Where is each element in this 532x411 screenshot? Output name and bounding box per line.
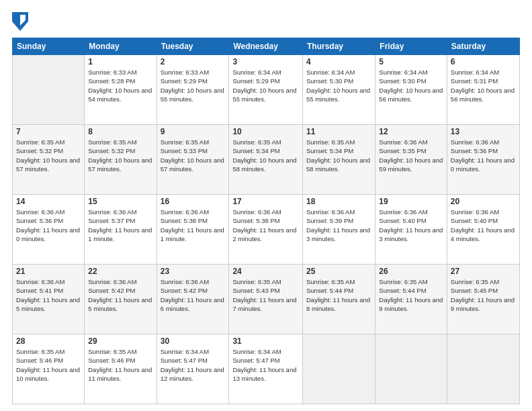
day-number: 23 <box>161 267 226 276</box>
sunset-text: Sunset: 5:37 PM <box>88 216 152 225</box>
calendar-week-3: 21 Sunrise: 6:36 AM Sunset: 5:41 PM Dayl… <box>13 265 520 334</box>
cell-content: Sunrise: 6:36 AM Sunset: 5:40 PM Dayligh… <box>451 208 516 243</box>
cell-content: Sunrise: 6:34 AM Sunset: 5:31 PM Dayligh… <box>451 68 516 103</box>
cell-content: Sunrise: 6:36 AM Sunset: 5:42 PM Dayligh… <box>161 277 226 313</box>
sunset-text: Sunset: 5:30 PM <box>379 77 443 85</box>
day-number: 30 <box>161 336 226 346</box>
calendar-cell: 8 Sunrise: 6:35 AM Sunset: 5:32 PM Dayli… <box>85 125 157 195</box>
daylight-text: Daylight: 10 hours and 56 minutes. <box>451 86 516 104</box>
daylight-text: Daylight: 11 hours and 8 minutes. <box>306 295 371 314</box>
sunset-text: Sunset: 5:36 PM <box>16 216 81 225</box>
day-number: 2 <box>161 57 226 66</box>
header-row: Sunday Monday Tuesday Wednesday Thursday… <box>13 38 520 55</box>
cell-content: Sunrise: 6:35 AM Sunset: 5:32 PM Dayligh… <box>16 138 81 173</box>
calendar-cell: 28 Sunrise: 6:35 AM Sunset: 5:46 PM Dayl… <box>13 334 85 404</box>
sunrise-text: Sunrise: 6:36 AM <box>161 277 226 286</box>
day-number: 14 <box>16 197 81 206</box>
sunrise-text: Sunrise: 6:35 AM <box>161 138 226 146</box>
day-number: 8 <box>88 127 152 136</box>
sunrise-text: Sunrise: 6:34 AM <box>232 68 299 77</box>
day-number: 4 <box>306 57 371 66</box>
sunrise-text: Sunrise: 6:36 AM <box>161 208 226 216</box>
daylight-text: Daylight: 10 hours and 55 minutes. <box>306 86 371 104</box>
daylight-text: Daylight: 11 hours and 5 minutes. <box>16 295 81 314</box>
cell-content: Sunrise: 6:35 AM Sunset: 5:46 PM Dayligh… <box>16 347 81 383</box>
sunset-text: Sunset: 5:40 PM <box>451 216 516 225</box>
daylight-text: Daylight: 10 hours and 58 minutes. <box>232 156 299 174</box>
cell-content: Sunrise: 6:36 AM Sunset: 5:42 PM Dayligh… <box>88 277 152 313</box>
cell-content: Sunrise: 6:35 AM Sunset: 5:44 PM Dayligh… <box>306 277 371 313</box>
day-number: 5 <box>379 57 443 66</box>
sunset-text: Sunset: 5:31 PM <box>451 77 516 85</box>
sunrise-text: Sunrise: 6:35 AM <box>16 138 81 146</box>
sunset-text: Sunset: 5:39 PM <box>306 216 371 225</box>
daylight-text: Daylight: 10 hours and 55 minutes. <box>161 86 226 104</box>
sunset-text: Sunset: 5:46 PM <box>88 356 152 365</box>
logo <box>12 12 31 31</box>
page: Sunday Monday Tuesday Wednesday Thursday… <box>0 0 532 411</box>
calendar-cell: 12 Sunrise: 6:36 AM Sunset: 5:35 PM Dayl… <box>375 125 447 195</box>
calendar-cell: 22 Sunrise: 6:36 AM Sunset: 5:42 PM Dayl… <box>85 265 157 334</box>
sunset-text: Sunset: 5:44 PM <box>306 286 371 295</box>
calendar-cell <box>13 55 85 125</box>
sunset-text: Sunset: 5:41 PM <box>16 286 81 295</box>
calendar-cell: 17 Sunrise: 6:36 AM Sunset: 5:38 PM Dayl… <box>229 195 303 265</box>
calendar-week-4: 28 Sunrise: 6:35 AM Sunset: 5:46 PM Dayl… <box>13 334 520 404</box>
day-number: 7 <box>16 127 81 136</box>
daylight-text: Daylight: 10 hours and 57 minutes. <box>161 156 226 174</box>
sunrise-text: Sunrise: 6:34 AM <box>306 68 371 77</box>
day-number: 11 <box>306 127 371 136</box>
cell-content: Sunrise: 6:35 AM Sunset: 5:43 PM Dayligh… <box>232 277 299 313</box>
daylight-text: Daylight: 11 hours and 1 minute. <box>161 226 226 244</box>
calendar-cell <box>447 334 519 404</box>
calendar-cell: 19 Sunrise: 6:36 AM Sunset: 5:40 PM Dayl… <box>375 195 447 265</box>
cell-content: Sunrise: 6:36 AM Sunset: 5:35 PM Dayligh… <box>379 138 443 173</box>
daylight-text: Daylight: 10 hours and 57 minutes. <box>88 156 152 174</box>
sunset-text: Sunset: 5:38 PM <box>232 216 299 225</box>
calendar-cell: 9 Sunrise: 6:35 AM Sunset: 5:33 PM Dayli… <box>157 125 229 195</box>
day-number: 10 <box>232 127 299 136</box>
sunrise-text: Sunrise: 6:36 AM <box>232 208 299 216</box>
calendar-cell <box>303 334 375 404</box>
calendar-cell: 2 Sunrise: 6:33 AM Sunset: 5:29 PM Dayli… <box>157 55 229 125</box>
day-number: 29 <box>88 336 152 346</box>
day-number: 15 <box>88 197 152 206</box>
calendar-cell: 31 Sunrise: 6:34 AM Sunset: 5:47 PM Dayl… <box>229 334 303 404</box>
cell-content: Sunrise: 6:35 AM Sunset: 5:34 PM Dayligh… <box>232 138 299 173</box>
day-number: 26 <box>379 267 443 276</box>
calendar-cell: 4 Sunrise: 6:34 AM Sunset: 5:30 PM Dayli… <box>303 55 375 125</box>
sunset-text: Sunset: 5:35 PM <box>379 146 443 155</box>
calendar-cell: 10 Sunrise: 6:35 AM Sunset: 5:34 PM Dayl… <box>229 125 303 195</box>
sunset-text: Sunset: 5:38 PM <box>161 216 226 225</box>
sunset-text: Sunset: 5:42 PM <box>88 286 152 295</box>
sunrise-text: Sunrise: 6:35 AM <box>16 347 81 356</box>
sunrise-text: Sunrise: 6:36 AM <box>306 208 371 216</box>
th-sunday: Sunday <box>13 38 85 55</box>
daylight-text: Daylight: 11 hours and 0 minutes. <box>16 226 81 244</box>
day-number: 27 <box>451 267 516 276</box>
calendar-week-0: 1 Sunrise: 6:33 AM Sunset: 5:28 PM Dayli… <box>13 55 520 125</box>
cell-content: Sunrise: 6:36 AM Sunset: 5:38 PM Dayligh… <box>161 208 226 243</box>
logo-icon <box>12 12 28 31</box>
calendar-cell: 26 Sunrise: 6:35 AM Sunset: 5:44 PM Dayl… <box>375 265 447 334</box>
calendar-table: Sunday Monday Tuesday Wednesday Thursday… <box>12 38 520 404</box>
sunrise-text: Sunrise: 6:33 AM <box>161 68 226 77</box>
day-number: 22 <box>88 267 152 276</box>
day-number: 3 <box>232 57 299 66</box>
daylight-text: Daylight: 10 hours and 56 minutes. <box>379 86 443 104</box>
sunset-text: Sunset: 5:45 PM <box>451 286 516 295</box>
daylight-text: Daylight: 11 hours and 4 minutes. <box>451 226 516 244</box>
day-number: 31 <box>232 336 299 346</box>
sunrise-text: Sunrise: 6:36 AM <box>88 277 152 286</box>
daylight-text: Daylight: 11 hours and 7 minutes. <box>232 295 299 314</box>
cell-content: Sunrise: 6:34 AM Sunset: 5:47 PM Dayligh… <box>232 347 299 383</box>
cell-content: Sunrise: 6:36 AM Sunset: 5:41 PM Dayligh… <box>16 277 81 313</box>
calendar-cell: 6 Sunrise: 6:34 AM Sunset: 5:31 PM Dayli… <box>447 55 519 125</box>
sunset-text: Sunset: 5:34 PM <box>306 146 371 155</box>
sunrise-text: Sunrise: 6:36 AM <box>379 208 443 216</box>
sunrise-text: Sunrise: 6:36 AM <box>379 138 443 146</box>
calendar-cell: 29 Sunrise: 6:35 AM Sunset: 5:46 PM Dayl… <box>85 334 157 404</box>
cell-content: Sunrise: 6:35 AM Sunset: 5:33 PM Dayligh… <box>161 138 226 173</box>
cell-content: Sunrise: 6:35 AM Sunset: 5:45 PM Dayligh… <box>451 277 516 313</box>
th-wednesday: Wednesday <box>229 38 303 55</box>
